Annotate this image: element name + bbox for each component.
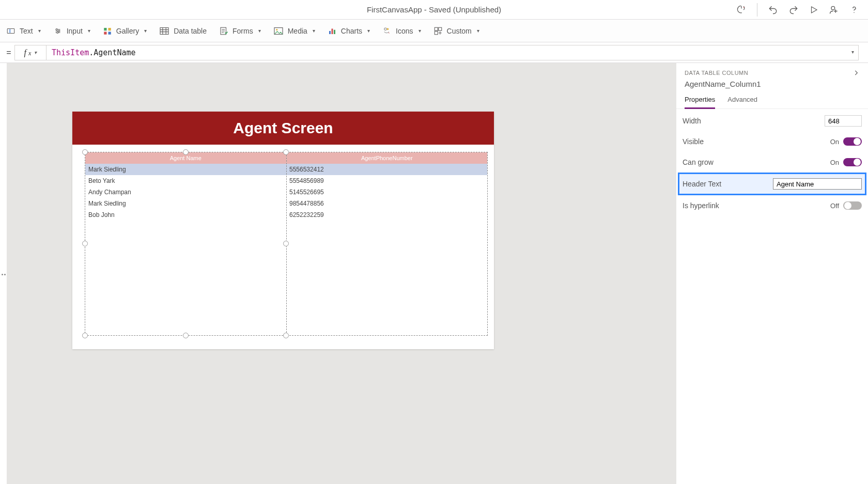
ribbon-gallery-label: Gallery [116,27,139,35]
chevron-down-icon: ▾ [34,50,37,55]
chevron-right-icon[interactable] [853,69,860,76]
svg-rect-10 [104,32,106,34]
svg-rect-8 [104,28,106,30]
tab-properties[interactable]: Properties [685,93,715,108]
screen-title: Agent Screen [233,119,333,137]
ribbon-custom[interactable]: Custom▾ [433,26,479,36]
visible-toggle[interactable] [843,137,862,146]
cell-agentphone: 5556532412 [286,164,487,175]
cell-agentname: Andy Champan [85,186,286,198]
ribbon-input-label: Input [67,27,83,35]
cangrow-toggle[interactable] [843,158,862,166]
prop-label-visible: Visible [683,137,704,146]
hyperlink-toggle[interactable] [843,201,862,210]
tab-advanced[interactable]: Advanced [727,93,757,108]
svg-rect-9 [108,28,111,30]
ribbon-datatable[interactable]: Data table [159,27,207,35]
ribbon: Text▾ Input▾ Gallery▾ Data table Forms▾ … [0,20,868,42]
share-icon[interactable] [829,5,839,15]
selection-handle[interactable] [82,333,88,338]
prop-row-visible: Visible On [683,135,862,148]
cell-agentname: Mark Siedling [85,198,286,209]
fx-button[interactable]: fx ▾ [14,45,47,60]
app-checker-icon[interactable] [736,5,747,15]
svg-rect-22 [435,31,438,34]
prop-row-headertext: Header Text [679,174,865,194]
separator [757,3,757,17]
cell-agentphone: 6252232259 [286,209,487,221]
chevron-down-icon: ▾ [367,28,370,34]
prop-row-width: Width [683,114,862,128]
formula-input-wrap[interactable]: ThisItem.AgentName ▾ [46,45,859,60]
chevron-down-icon: ▾ [88,28,90,34]
chevron-down-icon: ▾ [144,28,147,34]
header-text-input[interactable] [773,178,862,190]
svg-rect-4 [7,28,14,33]
prop-row-cangrow: Can grow On [683,155,862,169]
cell-agentname: Bob John [85,209,286,221]
screen-preview: Agent Screen Agent Name AgentPhoneNumber… [72,112,494,349]
cell-agentphone: 5145526695 [286,186,487,198]
data-table-control[interactable]: Agent Name AgentPhoneNumber Mark Siedlin… [85,152,488,336]
ribbon-datatable-label: Data table [174,27,207,35]
prop-label-width: Width [683,117,701,125]
redo-icon[interactable] [788,5,799,15]
selection-handle[interactable] [283,333,289,338]
ribbon-icons-label: Icons [396,27,413,35]
properties-pane: DATA TABLE COLUMN AgentName_Column1 Prop… [676,63,868,484]
left-rail[interactable] [0,63,7,484]
formula-token-property: .AgentName [89,48,135,57]
undo-icon[interactable] [768,5,778,15]
selection-handle[interactable] [183,333,189,338]
ribbon-media[interactable]: Media▾ [273,27,315,35]
canvas[interactable]: Agent Screen Agent Name AgentPhoneNumber… [7,63,676,484]
svg-marker-1 [812,7,817,13]
svg-rect-12 [160,27,168,34]
formula-bar: = fx ▾ ThisItem.AgentName ▾ [0,42,868,63]
properties-tabs: Properties Advanced [676,91,868,109]
ribbon-forms-label: Forms [233,27,253,35]
properties-section-label: DATA TABLE COLUMN [685,70,748,76]
selection-handle[interactable] [82,241,88,246]
cell-agentphone: 5554856989 [286,175,487,186]
chevron-down-icon: ▾ [477,28,479,34]
ribbon-forms[interactable]: Forms▾ [219,26,261,36]
ribbon-gallery[interactable]: Gallery▾ [103,26,147,36]
cangrow-state-text: On [830,159,839,166]
svg-point-0 [743,7,745,8]
chevron-down-icon[interactable]: ▾ [851,49,854,55]
ribbon-input[interactable]: Input▾ [53,26,90,36]
chevron-down-icon: ▾ [38,28,41,34]
formula-input[interactable]: ThisItem.AgentName [47,48,846,57]
hyperlink-state-text: Off [830,202,839,210]
play-icon[interactable] [809,5,818,14]
svg-rect-21 [438,27,441,30]
equals-label: = [3,48,14,57]
ribbon-media-label: Media [288,27,307,35]
prop-label-cangrow: Can grow [683,158,714,166]
ribbon-text-label: Text [20,27,33,35]
selection-handle[interactable] [283,241,289,246]
ribbon-charts[interactable]: Charts▾ [328,26,370,36]
selected-column-name: AgentName_Column1 [676,80,868,91]
width-input[interactable] [825,115,862,127]
svg-point-19 [384,28,387,30]
ribbon-text[interactable]: Text▾ [6,26,41,36]
svg-point-3 [854,12,855,13]
titlebar-actions [736,0,859,19]
data-table-header-agentphone[interactable]: AgentPhoneNumber [287,152,488,164]
screen-header: Agent Screen [72,112,494,145]
cell-agentphone: 9854478856 [286,198,487,209]
ribbon-icons[interactable]: Icons▾ [382,26,421,36]
cell-agentname: Mark Siedling [85,164,286,175]
chevron-down-icon: ▾ [258,28,261,34]
help-icon[interactable] [849,5,859,14]
selection-handle[interactable] [82,149,88,155]
selection-handle[interactable] [283,149,289,155]
selection-handle[interactable] [183,149,189,155]
svg-rect-11 [108,32,111,34]
svg-rect-18 [334,29,335,34]
ribbon-charts-label: Charts [341,27,362,35]
svg-point-7 [56,32,58,33]
chevron-down-icon: ▾ [419,28,421,34]
